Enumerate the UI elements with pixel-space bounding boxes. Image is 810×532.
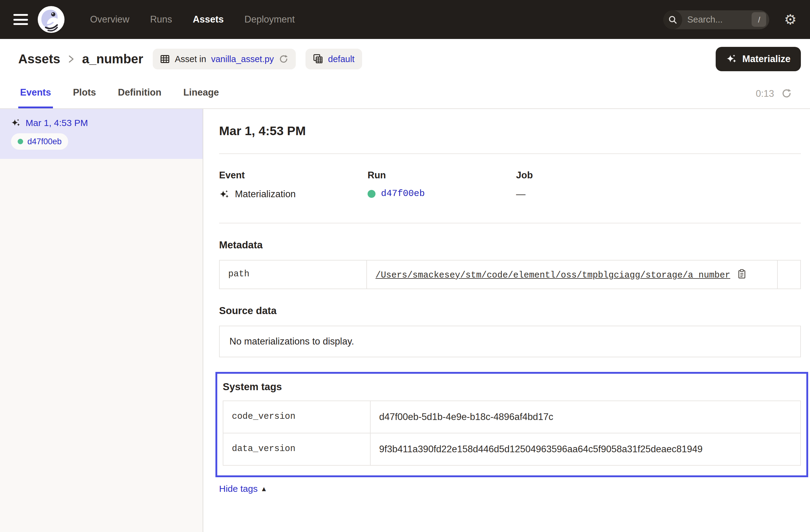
system-tag-key: code_version	[223, 401, 371, 433]
event-list-item-selected[interactable]: Mar 1, 4:53 PM d47f00eb	[0, 109, 202, 159]
breadcrumb-assets[interactable]: Assets	[18, 51, 60, 66]
sparkle-icon	[726, 53, 737, 64]
top-nav-right: Search... / ⚙	[664, 10, 797, 29]
nav-item-assets[interactable]: Assets	[193, 14, 224, 25]
asset-grid-icon	[160, 54, 170, 64]
table-row: data_version 9f3b411a390fd22e158d446d5d1…	[223, 433, 800, 465]
materialize-button-label: Materialize	[742, 53, 791, 64]
hide-tags-link[interactable]: Hide tags ▴	[219, 483, 266, 494]
materialization-sparkle-icon	[219, 189, 229, 199]
asset-definition-badge: Asset in vanilla_asset.py	[153, 48, 296, 69]
nav-item-deployment[interactable]: Deployment	[244, 14, 294, 25]
breadcrumb-asset-name: a_number	[82, 51, 143, 66]
event-detail-panel: Mar 1, 4:53 PM Event Materialization Run	[203, 109, 810, 532]
code-location-link[interactable]: default	[328, 54, 355, 64]
primary-nav: Overview Runs Assets Deployment	[90, 14, 295, 25]
run-status-dot	[18, 139, 23, 144]
refresh-countdown: 0:13	[756, 88, 774, 99]
run-status-dot	[368, 190, 375, 198]
source-data-empty-message: No materializations to display.	[229, 336, 354, 346]
top-nav: Overview Runs Assets Deployment Search..…	[0, 0, 810, 39]
table-gutter-cell	[777, 260, 800, 289]
event-detail-title: Mar 1, 4:53 PM	[219, 124, 801, 138]
refresh-icon[interactable]	[781, 88, 792, 99]
source-data-empty-state: No materializations to display.	[219, 326, 801, 357]
event-column-header: Event	[219, 170, 368, 181]
chevron-right-icon	[67, 54, 76, 64]
run-id-pill[interactable]: d47f00eb	[11, 133, 68, 150]
run-column-header: Run	[368, 170, 516, 181]
table-row: path /Users/smackesey/stm/code/elementl/…	[220, 260, 800, 289]
search-icon	[664, 10, 682, 29]
event-summary: Event Materialization Run d47f00eb	[219, 170, 801, 200]
divider	[219, 154, 801, 154]
table-row: code_version d47f00eb-5d1b-4e9e-b18c-489…	[223, 401, 800, 433]
hide-tags-label: Hide tags	[219, 483, 258, 494]
run-id-label: d47f00eb	[27, 137, 62, 146]
settings-gear-icon[interactable]: ⚙	[784, 13, 797, 27]
tab-events[interactable]: Events	[18, 79, 53, 108]
search-shortcut-key: /	[752, 12, 766, 27]
tab-definition[interactable]: Definition	[116, 79, 163, 108]
system-tags-table: code_version d47f00eb-5d1b-4e9e-b18c-489…	[223, 401, 801, 466]
materialize-button[interactable]: Materialize	[715, 47, 801, 71]
system-tags-section-highlighted: System tags code_version d47f00eb-5d1b-4…	[215, 372, 808, 477]
code-location-icon	[313, 53, 323, 64]
tab-lineage[interactable]: Lineage	[181, 79, 221, 108]
code-location-badge: default	[306, 48, 362, 69]
tab-plots[interactable]: Plots	[71, 79, 98, 108]
event-list-sidebar: Mar 1, 4:53 PM d47f00eb	[0, 109, 203, 532]
event-timestamp-link[interactable]: Mar 1, 4:53 PM	[26, 117, 88, 128]
job-value: —	[516, 189, 525, 200]
system-tags-heading: System tags	[223, 381, 801, 392]
materialization-sparkle-icon	[11, 118, 21, 128]
nav-item-overview[interactable]: Overview	[90, 14, 129, 25]
metadata-key: path	[220, 260, 367, 289]
asset-tabs: Events Plots Definition Lineage 0:13	[0, 79, 810, 109]
dagster-app: Overview Runs Assets Deployment Search..…	[0, 0, 810, 532]
metadata-table: path /Users/smackesey/stm/code/elementl/…	[219, 260, 801, 289]
asset-file-link[interactable]: vanilla_asset.py	[211, 54, 274, 64]
system-tag-value: 9f3b411a390fd22e158d446d5d12504963596aa6…	[371, 433, 800, 465]
content-area: Mar 1, 4:53 PM d47f00eb Mar 1, 4:53 PM E…	[0, 109, 810, 532]
page-header: Assets a_number Asset in vanilla_asset.p…	[0, 39, 810, 79]
metadata-path-link[interactable]: /Users/smackesey/stm/code/elementl/oss/t…	[375, 270, 730, 280]
dagster-logo-icon[interactable]	[38, 6, 65, 33]
reload-icon[interactable]	[279, 54, 289, 64]
event-type-label: Materialization	[235, 189, 296, 200]
job-column-header: Job	[516, 170, 801, 181]
nav-item-runs[interactable]: Runs	[150, 14, 172, 25]
search-placeholder: Search...	[687, 15, 752, 25]
search-input[interactable]: Search... /	[664, 10, 770, 29]
metadata-heading: Metadata	[219, 239, 801, 251]
caret-up-icon: ▴	[262, 484, 266, 493]
run-id-link[interactable]: d47f00eb	[381, 189, 425, 199]
divider	[219, 223, 801, 223]
system-tag-value: d47f00eb-5d1b-4e9e-b18c-4896af4bd17c	[371, 401, 800, 433]
asset-badge-prefix: Asset in	[175, 54, 206, 64]
source-data-heading: Source data	[219, 305, 801, 317]
system-tag-key: data_version	[223, 433, 371, 465]
menu-icon[interactable]	[13, 14, 28, 25]
copy-icon[interactable]	[738, 269, 746, 279]
